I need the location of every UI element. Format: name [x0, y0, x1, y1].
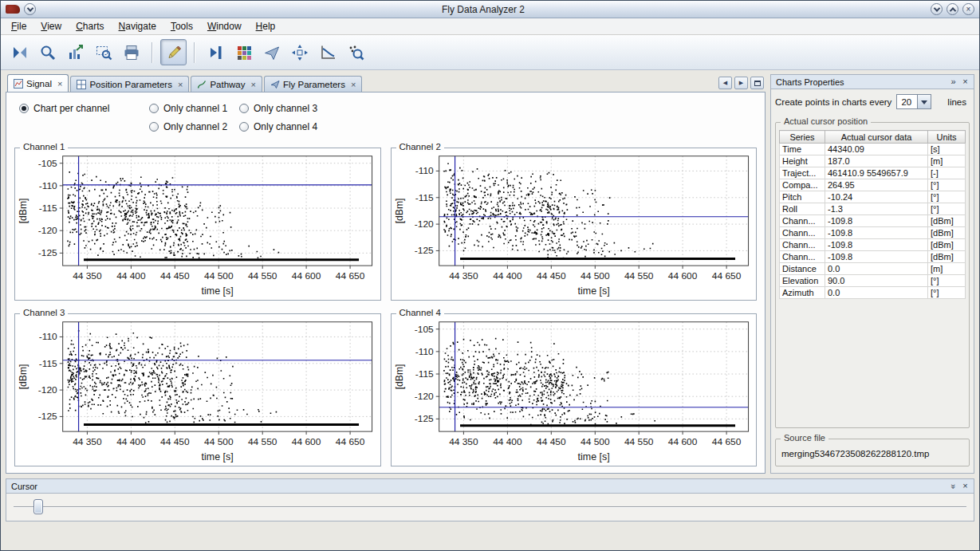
table-header[interactable]: Actual cursor data: [825, 131, 928, 144]
table-row[interactable]: Chann...-109.8[dBm]: [780, 251, 966, 263]
edit-pencil-icon[interactable]: [160, 39, 187, 65]
zoom-area-icon[interactable]: [90, 39, 116, 65]
tab-pathway[interactable]: Pathway×: [191, 76, 262, 92]
main-area: Signal×Position Parameters×Pathway×Fly P…: [1, 70, 979, 476]
svg-text:44 450: 44 450: [160, 270, 190, 281]
send-chart-icon[interactable]: [258, 39, 285, 65]
chart-canvas[interactable]: 44 35044 40044 45044 50044 55044 60044 6…: [392, 148, 757, 300]
slider-handle[interactable]: [33, 499, 43, 514]
close-cursor-panel-icon[interactable]: ×: [959, 481, 971, 492]
cursor-slider[interactable]: [6, 494, 974, 521]
menu-tools[interactable]: Tools: [163, 19, 200, 33]
tab-scroll-left-button[interactable]: ◀: [718, 77, 732, 89]
svg-text:-110: -110: [415, 165, 433, 176]
slope-chart-icon[interactable]: [314, 39, 340, 65]
svg-text:time [s]: time [s]: [577, 451, 609, 462]
svg-text:-125: -125: [414, 413, 433, 424]
collapse-panel-icon[interactable]: »: [948, 480, 959, 492]
table-row[interactable]: Azimuth0.0[°]: [780, 287, 966, 299]
cursor-panel-header[interactable]: Cursor » ×: [6, 479, 974, 494]
tab-fly-parameters[interactable]: Fly Parameters×: [264, 76, 362, 92]
menu-file[interactable]: File: [4, 19, 33, 33]
radio-only-channel-4[interactable]: Only channel 4: [239, 118, 758, 135]
table-row[interactable]: Pitch-10.24[°]: [780, 191, 966, 203]
table-cell: Time: [780, 144, 825, 155]
svg-text:[dBm]: [dBm]: [393, 364, 404, 390]
menu-navigate[interactable]: Navigate: [112, 19, 163, 33]
app-icon: [6, 5, 20, 14]
print-icon[interactable]: [118, 39, 144, 65]
table-row[interactable]: Time44340.09[s]: [780, 144, 966, 155]
table-row[interactable]: Chann...-109.8[dBm]: [780, 227, 966, 239]
table-row[interactable]: Chann...-109.8[dBm]: [780, 215, 966, 227]
tab-close-icon[interactable]: ×: [57, 79, 62, 89]
maximize-view-button[interactable]: [750, 77, 764, 89]
tab-close-icon[interactable]: ×: [351, 80, 356, 89]
table-header[interactable]: Series: [780, 131, 825, 144]
svg-text:-105: -105: [38, 158, 57, 169]
radio-only-channel-2[interactable]: Only channel 2: [149, 118, 239, 135]
radio-chart-per-channel[interactable]: Chart per channel: [19, 100, 149, 116]
chart-channel-1[interactable]: Channel 144 35044 40044 45044 50044 5504…: [14, 148, 381, 301]
export-chart-icon[interactable]: [62, 39, 89, 65]
menu-help[interactable]: Help: [249, 19, 283, 33]
radio-only-channel-1[interactable]: Only channel 1: [149, 100, 239, 116]
points-interval-combobox[interactable]: 20: [896, 94, 931, 109]
window-minimize-button[interactable]: [931, 3, 943, 15]
menu-charts[interactable]: Charts: [69, 19, 111, 33]
fit-screen-icon[interactable]: [286, 39, 313, 65]
table-cell: [°]: [928, 203, 966, 215]
tab-position-parameters[interactable]: Position Parameters×: [70, 76, 189, 92]
svg-text:44 500: 44 500: [581, 270, 610, 281]
table-row[interactable]: Chann...-109.8[dBm]: [780, 239, 966, 251]
color-grid-icon[interactable]: [230, 39, 257, 65]
chart-canvas[interactable]: 44 35044 40044 45044 50044 55044 60044 6…: [15, 314, 380, 466]
chart-canvas[interactable]: 44 35044 40044 45044 50044 55044 60044 6…: [15, 148, 380, 300]
svg-text:44 550: 44 550: [624, 270, 653, 281]
axis-cursor-icon[interactable]: [203, 39, 229, 65]
window-shade-button[interactable]: [24, 3, 36, 15]
table-header[interactable]: Units: [928, 131, 966, 144]
menu-window[interactable]: Window: [200, 19, 249, 33]
combobox-value: 20: [897, 95, 917, 108]
radio-circle-icon: [19, 104, 29, 113]
radio-only-channel-3[interactable]: Only channel 3: [239, 100, 758, 116]
table-row[interactable]: Traject...461410.9 5549657.9[-]: [780, 167, 966, 179]
chart-channel-4[interactable]: Channel 444 35044 40044 45044 50044 5504…: [391, 313, 758, 466]
window-close-button[interactable]: ×: [962, 3, 974, 15]
point-search-icon[interactable]: [342, 39, 368, 65]
chart-channel-2[interactable]: Channel 244 35044 40044 45044 50044 5504…: [391, 148, 758, 301]
table-row[interactable]: Height187.0[m]: [780, 155, 966, 167]
window-maximize-button[interactable]: [947, 3, 958, 15]
cursor-data-table[interactable]: SeriesActual cursor dataUnitsTime44340.0…: [779, 130, 966, 299]
chart-channel-3[interactable]: Channel 344 35044 40044 45044 50044 5504…: [14, 313, 381, 466]
source-file-name: merging5346723508262288120.tmp: [779, 447, 966, 462]
table-cell: [dBm]: [928, 239, 966, 251]
combobox-arrow-icon[interactable]: [917, 95, 931, 108]
chart-canvas[interactable]: 44 35044 40044 45044 50044 55044 60044 6…: [392, 314, 757, 466]
radio-label: Chart per channel: [33, 103, 109, 114]
radio-label: Only channel 3: [254, 103, 317, 114]
tab-close-icon[interactable]: ×: [178, 80, 183, 89]
table-row[interactable]: Elevation90.0[°]: [780, 275, 966, 287]
table-row[interactable]: Compa...264.95[°]: [780, 179, 966, 191]
properties-panel-header[interactable]: Charts Properties » ×: [771, 75, 974, 89]
radio-circle-icon: [239, 122, 249, 132]
merge-icon[interactable]: [6, 39, 33, 65]
tab-close-icon[interactable]: ×: [251, 80, 256, 89]
radio-circle-icon: [149, 104, 159, 113]
search-icon[interactable]: [34, 39, 61, 65]
table-cell: 0.0: [825, 263, 928, 275]
tab-scroll-right-button[interactable]: ▶: [734, 77, 748, 89]
titlebar[interactable]: Fly Data Analyzer 2 ×: [1, 1, 979, 18]
table-row[interactable]: Roll-1.3[°]: [780, 203, 966, 215]
menu-view[interactable]: View: [33, 19, 69, 33]
slider-track[interactable]: [14, 506, 966, 508]
create-points-row: Create points in charts every 20 lines: [771, 89, 974, 112]
close-panel-icon[interactable]: ×: [959, 77, 971, 88]
dock-panel-icon[interactable]: »: [947, 77, 959, 88]
svg-text:44 600: 44 600: [292, 270, 321, 281]
table-cell: [dBm]: [928, 227, 966, 239]
table-row[interactable]: Distance0.0[m]: [780, 263, 966, 275]
tab-signal[interactable]: Signal×: [7, 74, 69, 92]
